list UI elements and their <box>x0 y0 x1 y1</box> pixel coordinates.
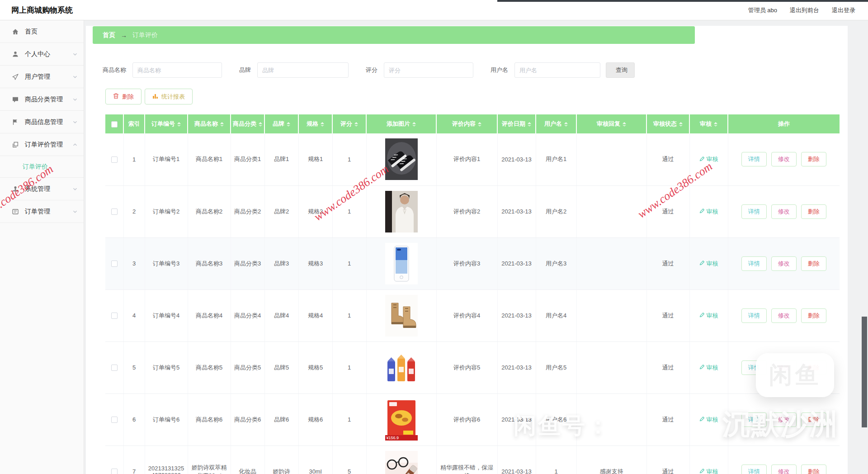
search-button[interactable]: 查询 <box>606 62 635 78</box>
filter-input-0[interactable] <box>132 62 222 78</box>
sidebar-item-label: 用户管理 <box>25 73 73 81</box>
select-all-checkbox[interactable] <box>111 121 118 128</box>
column-header-user[interactable]: 用户名 <box>536 114 576 133</box>
edit-button[interactable]: 修改 <box>771 152 797 166</box>
logout-link[interactable]: 退出登录 <box>832 6 855 14</box>
edit-button[interactable]: 修改 <box>771 204 797 219</box>
sidebar-item-0[interactable]: 首页 <box>0 20 84 43</box>
column-header-select-all[interactable] <box>105 114 123 133</box>
cell-audit: 审核 <box>689 289 728 341</box>
edit-button[interactable]: 修改 <box>771 308 797 323</box>
audit-link[interactable]: 审核 <box>699 364 718 372</box>
edit-button[interactable]: 修改 <box>771 465 797 474</box>
detail-button[interactable]: 详情 <box>741 465 767 474</box>
report-button[interactable]: 统计报表 <box>145 89 193 104</box>
edit-button[interactable]: 修改 <box>771 256 797 271</box>
cell-order-no: 订单编号2 <box>145 185 188 237</box>
delete-row-button[interactable]: 删除 <box>801 152 826 166</box>
column-header-spec[interactable]: 规格 <box>298 114 332 133</box>
sidebar-item-6[interactable]: 系统管理 <box>0 178 84 200</box>
delete-row-button[interactable]: 删除 <box>801 412 826 427</box>
column-header-product[interactable]: 商品名称 <box>188 114 231 133</box>
table-row: 720213131325407083830娇韵诗双萃精华露30ml化妆品娇韵诗3… <box>105 446 840 474</box>
row-checkbox[interactable] <box>111 261 118 267</box>
column-header-score[interactable]: 评分 <box>332 114 366 133</box>
sort-carets-icon[interactable] <box>354 122 358 127</box>
delete-row-button[interactable]: 删除 <box>801 308 826 323</box>
delete-row-button[interactable]: 删除 <box>801 465 826 474</box>
audit-link[interactable]: 审核 <box>699 208 718 216</box>
detail-button[interactable]: 详情 <box>741 308 767 323</box>
column-header-status[interactable]: 审核状态 <box>646 114 689 133</box>
sidebar-subitem-order-review[interactable]: 订单评价 <box>0 156 84 178</box>
sort-carets-icon[interactable] <box>679 122 683 127</box>
sidebar-item-3[interactable]: 商品分类管理 <box>0 88 84 111</box>
sidebar-item-label: 商品信息管理 <box>25 118 73 126</box>
sort-carets-icon[interactable] <box>287 122 290 127</box>
sidebar-item-2[interactable]: 用户管理 <box>0 66 84 88</box>
filter-input-2[interactable] <box>384 62 473 78</box>
row-checkbox[interactable] <box>111 209 118 215</box>
column-header-image[interactable]: 添加图片 <box>366 114 436 133</box>
sort-carets-icon[interactable] <box>528 122 531 127</box>
cell-product: 商品名称5 <box>188 341 231 393</box>
sort-carets-icon[interactable] <box>412 122 416 127</box>
column-header-category[interactable]: 商品分类 <box>231 114 264 133</box>
back-to-front-link[interactable]: 退出到前台 <box>790 6 819 14</box>
column-header-order-no[interactable]: 订单编号 <box>145 114 188 133</box>
sidebar-item-label: 个人中心 <box>25 50 73 58</box>
sort-carets-icon[interactable] <box>259 122 262 127</box>
sidebar-item-7[interactable]: 订单管理 <box>0 200 84 223</box>
delete-row-button[interactable]: 删除 <box>801 256 826 271</box>
cell-brand: 品牌1 <box>264 133 298 185</box>
chevron-up-icon <box>73 142 77 147</box>
sort-carets-icon[interactable] <box>564 122 568 127</box>
sidebar-item-1[interactable]: 个人中心 <box>0 43 84 66</box>
cell-select <box>105 341 123 393</box>
sort-carets-icon[interactable] <box>478 122 481 127</box>
row-checkbox[interactable] <box>111 417 118 423</box>
detail-button[interactable]: 详情 <box>741 412 767 427</box>
copy-icon <box>12 141 19 148</box>
column-header-reply[interactable]: 审核回复 <box>576 114 646 133</box>
sort-carets-icon[interactable] <box>220 122 224 127</box>
filter-input-3[interactable] <box>514 62 600 78</box>
sort-carets-icon[interactable] <box>177 122 181 127</box>
row-checkbox[interactable] <box>111 156 118 163</box>
sidebar-item-5[interactable]: 订单评价管理 <box>0 133 84 156</box>
cell-index: 3 <box>123 237 145 289</box>
audit-link[interactable]: 审核 <box>699 312 718 320</box>
detail-button[interactable]: 详情 <box>741 360 767 375</box>
edit-button[interactable]: 修改 <box>771 412 797 427</box>
breadcrumb-home-link[interactable]: 首页 <box>103 31 115 39</box>
sort-carets-icon[interactable] <box>623 122 626 127</box>
scrollbar-thumb[interactable] <box>862 317 867 427</box>
filter-input-1[interactable] <box>257 62 349 78</box>
product-image: ¥156.9 <box>385 399 418 441</box>
row-checkbox[interactable] <box>111 313 118 319</box>
delete-button[interactable]: 删除 <box>105 89 142 104</box>
detail-button[interactable]: 详情 <box>741 204 767 219</box>
sort-carets-icon[interactable] <box>321 122 324 127</box>
audit-link[interactable]: 审核 <box>699 416 718 424</box>
column-header-date[interactable]: 评价日期 <box>497 114 536 133</box>
sort-carets-icon[interactable] <box>714 122 717 127</box>
detail-button[interactable]: 详情 <box>741 152 767 166</box>
column-header-audit[interactable]: 审核 <box>689 114 728 133</box>
edit-button[interactable]: 修改 <box>771 360 797 375</box>
cell-score: 1 <box>332 393 366 446</box>
column-header-content[interactable]: 评价内容 <box>436 114 497 133</box>
audit-link[interactable]: 审核 <box>699 260 718 268</box>
row-checkbox[interactable] <box>111 365 118 371</box>
detail-button[interactable]: 详情 <box>741 256 767 271</box>
cell-content: 评价内容1 <box>436 133 497 185</box>
sidebar-item-4[interactable]: 商品信息管理 <box>0 111 84 133</box>
audit-link[interactable]: 审核 <box>699 155 718 163</box>
audit-link[interactable]: 审核 <box>699 468 718 474</box>
delete-row-button[interactable]: 删除 <box>801 360 826 375</box>
cell-actions: 详情修改删除 <box>728 237 840 289</box>
column-header-brand[interactable]: 品牌 <box>264 114 298 133</box>
sidebar-item-label: 系统管理 <box>25 185 73 193</box>
row-checkbox[interactable] <box>111 469 118 474</box>
delete-row-button[interactable]: 删除 <box>801 204 826 219</box>
